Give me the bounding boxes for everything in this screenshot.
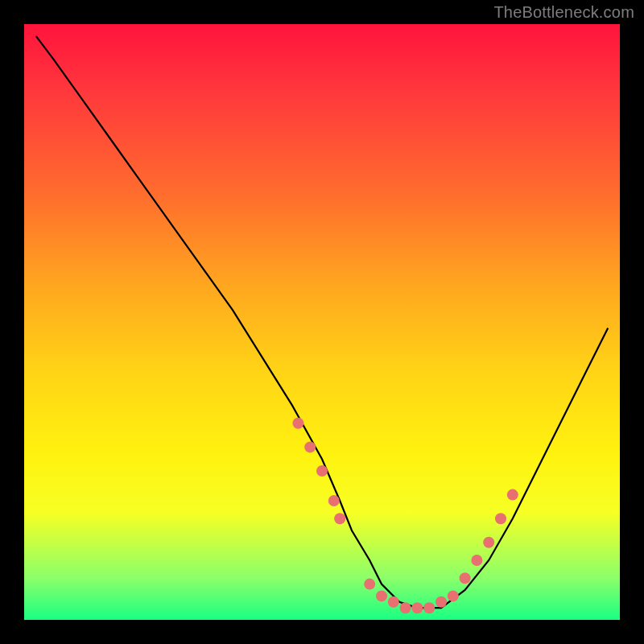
curve-marker [376,590,387,601]
curve-marker [507,489,518,501]
curve-marker [460,572,471,584]
curve-markers-bottom [364,579,459,614]
bottleneck-curve [36,36,608,608]
curve-marker [364,579,375,590]
curve-marker [448,590,459,601]
bottleneck-plot [24,24,620,620]
curve-marker [292,418,303,429]
curve-marker [388,597,399,608]
curve-marker [411,602,423,613]
curve-marker [334,513,345,524]
curve-marker [316,465,328,477]
curve-marker [423,602,435,613]
watermark-text: TheBottleneck.com [493,3,634,22]
curve-marker [436,597,447,608]
curve-marker [483,537,494,548]
curve-markers-right [460,489,518,584]
curve-marker [400,602,411,613]
curve-marker [495,513,506,524]
curve-marker [328,495,340,506]
curve-marker [304,441,316,452]
chart-frame [24,24,620,620]
curve-markers-left [292,418,345,524]
curve-marker [471,555,482,566]
